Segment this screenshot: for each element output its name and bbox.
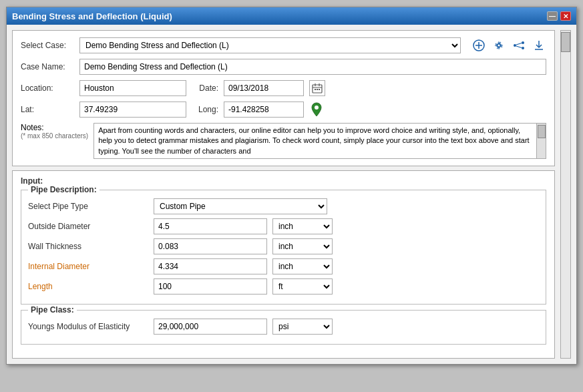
- internal-diameter-label: Internal Diameter: [28, 262, 148, 271]
- share-button[interactable]: [512, 38, 526, 53]
- select-case-dropdown[interactable]: Demo Bending Stress and Deflection (L): [79, 37, 461, 53]
- title-bar: Bending Stress and Deflection (Liquid) —…: [7, 7, 576, 25]
- main-window: Bending Stress and Deflection (Liquid) —…: [6, 7, 577, 365]
- location-date-row: Location: Date:: [21, 80, 546, 96]
- map-pin-button[interactable]: [309, 102, 324, 117]
- map-pin-icon: [311, 102, 323, 117]
- download-button[interactable]: [532, 38, 546, 53]
- select-case-label: Select Case:: [21, 41, 74, 50]
- bottom-panel: Input: Pipe Description: Select Pipe Typ…: [12, 170, 555, 359]
- pipe-class-content: Youngs Modulus of Elasticity psi: [28, 319, 539, 335]
- minimize-button[interactable]: —: [547, 11, 558, 21]
- notes-label: Notes:: [21, 123, 88, 132]
- svg-point-5: [522, 41, 524, 44]
- svg-rect-16: [317, 89, 318, 90]
- pipe-type-row: Select Pipe Type Custom Pipe: [28, 198, 539, 214]
- location-input[interactable]: [79, 80, 186, 96]
- title-bar-buttons: — ✕: [547, 11, 571, 21]
- main-area: Select Case: Demo Bending Stress and Def…: [12, 30, 555, 359]
- calendar-button[interactable]: [309, 80, 325, 96]
- svg-line-8: [516, 46, 522, 48]
- lat-long-row: Lat: Long:: [21, 102, 546, 118]
- svg-point-4: [514, 44, 516, 47]
- wall-thickness-input[interactable]: [154, 238, 267, 254]
- outside-diameter-row: Outside Diameter inch: [28, 218, 539, 234]
- youngs-modulus-label: Youngs Modulus of Elasticity: [28, 322, 148, 331]
- scrollbar-thumb: [561, 32, 570, 52]
- pipe-description-section: Pipe Description: Select Pipe Type Custo…: [21, 190, 546, 305]
- pipe-desc-title: Pipe Description:: [28, 185, 100, 194]
- top-panel: Select Case: Demo Bending Stress and Def…: [12, 30, 555, 166]
- notes-wrapper: [93, 123, 546, 159]
- notes-scroll-thumb: [538, 125, 546, 138]
- notes-scrollbar[interactable]: [537, 123, 546, 159]
- case-name-label: Case Name:: [21, 62, 74, 71]
- lat-input[interactable]: [79, 102, 186, 118]
- notes-sub-label: (* max 850 characters): [21, 132, 88, 140]
- download-icon: [534, 40, 544, 51]
- location-label: Location:: [21, 83, 74, 93]
- gear-icon: [494, 40, 504, 51]
- pipe-class-title: Pipe Class:: [28, 305, 77, 315]
- main-scrollbar[interactable]: [560, 30, 571, 359]
- internal-diameter-row: Internal Diameter inch: [28, 258, 539, 274]
- notes-label-block: Notes: (* max 850 characters): [21, 123, 88, 140]
- pipe-type-label: Select Pipe Type: [28, 202, 148, 211]
- length-input[interactable]: [154, 278, 267, 295]
- select-case-row: Select Case: Demo Bending Stress and Def…: [21, 37, 546, 53]
- svg-rect-17: [319, 89, 320, 90]
- wall-thickness-row: Wall Thickness inch: [28, 238, 539, 254]
- svg-point-6: [522, 47, 524, 49]
- svg-line-7: [516, 43, 522, 45]
- long-input[interactable]: [224, 102, 304, 118]
- long-label: Long:: [192, 105, 218, 114]
- pipe-desc-content: Select Pipe Type Custom Pipe Outside Dia…: [28, 198, 539, 295]
- outside-diameter-input[interactable]: [154, 218, 267, 234]
- youngs-modulus-input[interactable]: [154, 319, 267, 335]
- date-input[interactable]: [224, 80, 304, 96]
- case-name-input[interactable]: [79, 59, 546, 75]
- svg-rect-15: [315, 89, 316, 90]
- add-icon: [473, 39, 485, 51]
- window-title: Bending Stress and Deflection (Liquid): [12, 11, 172, 21]
- close-button[interactable]: ✕: [560, 11, 571, 21]
- wall-thickness-unit[interactable]: inch: [272, 238, 333, 254]
- wall-thickness-label: Wall Thickness: [28, 242, 148, 251]
- length-row: Length ft: [28, 278, 539, 295]
- internal-diameter-unit[interactable]: inch: [272, 258, 333, 274]
- toolbar-icons: [471, 38, 546, 53]
- length-label: Length: [28, 282, 148, 291]
- window-content: Select Case: Demo Bending Stress and Def…: [7, 25, 576, 364]
- pipe-class-section: Pipe Class: Youngs Modulus of Elasticity…: [21, 310, 546, 345]
- outside-diameter-label: Outside Diameter: [28, 222, 148, 231]
- calendar-icon: [312, 83, 323, 93]
- pipe-type-select[interactable]: Custom Pipe: [154, 198, 327, 214]
- internal-diameter-input[interactable]: [154, 258, 267, 274]
- case-name-row: Case Name:: [21, 59, 546, 75]
- input-panel-label: Input:: [21, 176, 546, 186]
- date-label: Date:: [192, 83, 218, 93]
- notes-row: Notes: (* max 850 characters): [21, 123, 546, 159]
- share-icon: [513, 41, 525, 50]
- outside-diameter-unit[interactable]: inch: [272, 218, 333, 234]
- notes-textarea[interactable]: [93, 123, 537, 159]
- youngs-modulus-unit[interactable]: psi: [272, 319, 333, 335]
- lat-label: Lat:: [21, 105, 74, 114]
- youngs-modulus-row: Youngs Modulus of Elasticity psi: [28, 319, 539, 335]
- add-case-button[interactable]: [471, 38, 486, 53]
- svg-point-18: [315, 106, 319, 110]
- length-unit[interactable]: ft: [272, 278, 333, 295]
- settings-button[interactable]: [492, 38, 506, 53]
